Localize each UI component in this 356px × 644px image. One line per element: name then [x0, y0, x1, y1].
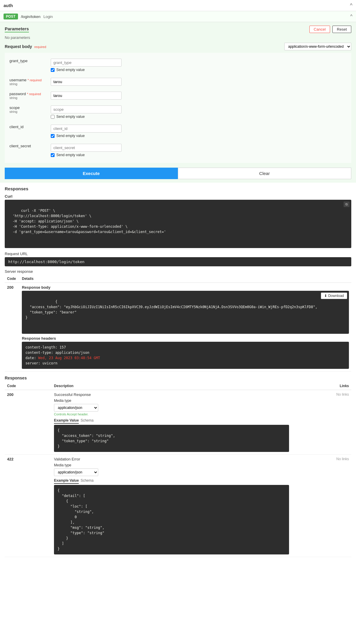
form-row-client-secret: client_secret Send empty value [5, 141, 351, 160]
send-empty-client-secret-checkbox[interactable] [51, 153, 55, 157]
content-type-select[interactable]: application/x-www-form-urlencoded [284, 43, 351, 50]
table-row: 200 Successful Response Media type appli… [5, 390, 351, 455]
grant-type-input[interactable] [51, 59, 122, 67]
endpoint-bar: POST /login/token Login ^ [0, 11, 356, 22]
curl-code-block: curl -X 'POST' \ 'http://localhost:8000/… [5, 200, 351, 248]
password-input[interactable] [51, 92, 122, 100]
details-col-header: Details [19, 275, 351, 283]
form-row-scope: scope string Send empty value [5, 103, 351, 122]
send-empty-scope-checkbox[interactable] [51, 115, 55, 119]
resp-code-header: Code [5, 382, 52, 390]
field-label-username: username * required string [9, 78, 45, 86]
field-label-scope: scope string [9, 105, 45, 113]
resp-code-422: 422 [5, 455, 52, 557]
example-code-422: { "detail": [ { "loc": [ "string", 0 ], … [54, 485, 289, 554]
execute-bar: Execute Clear [5, 168, 351, 179]
request-url-label: Request URL [5, 252, 351, 256]
responses-section: Responses Curl curl -X 'POST' \ 'http://… [0, 183, 356, 561]
response-headers-block: content-length: 157 content-type: applic… [22, 342, 349, 369]
send-empty-grant-type: Send empty value [51, 68, 347, 72]
send-empty-client-id-checkbox[interactable] [51, 134, 55, 138]
response-headers-label: Response headers [22, 336, 349, 341]
field-input-col-client-secret: Send empty value [51, 144, 347, 157]
date-highlight: Wed, 23 Aug 2023 03:48:54 GMT [38, 356, 100, 360]
resp-links-header: Links [291, 382, 351, 390]
endpoint-collapse-icon[interactable]: ^ [350, 14, 352, 19]
form-row-password: password * required string [5, 89, 351, 103]
server-response-section: Server response Code Details 200 Respons… [5, 269, 351, 371]
download-icon: ⬇ [324, 294, 327, 298]
resp-desc-header: Description [52, 382, 291, 390]
response-details: Response body { "access_token": "eyJhbGc… [19, 283, 351, 371]
form-row-client-id: client_id Send empty value [5, 122, 351, 141]
client-id-input[interactable] [51, 125, 122, 133]
field-input-col-grant-type: Send empty value [51, 59, 347, 72]
request-body-header: Request body required application/x-www-… [5, 43, 351, 50]
method-badge: POST [4, 14, 18, 19]
parameters-section: Parameters Cancel Reset No parameters Re… [0, 22, 356, 183]
auth-close-icon[interactable]: ^ [350, 2, 352, 9]
resp-links-422: No links [291, 455, 351, 557]
media-type-select-200[interactable]: application/json [54, 404, 98, 412]
server-response-table: Code Details 200 Response body { "access… [5, 275, 351, 371]
field-label-client-secret: client_secret [9, 144, 45, 148]
username-input[interactable] [51, 78, 122, 86]
responses-table-title: Responses [5, 376, 351, 380]
required-badge: required [34, 45, 46, 49]
auth-title: auth [4, 3, 13, 8]
send-empty-client-secret: Send empty value [51, 153, 347, 157]
media-type-select-422[interactable]: application/json [54, 468, 98, 476]
field-label-password: password * required string [9, 92, 45, 100]
example-value-tab-422[interactable]: Example Value [54, 478, 79, 484]
send-empty-grant-type-checkbox[interactable] [51, 68, 55, 72]
responses-table: Code Description Links 200 Successful Re… [5, 382, 351, 557]
auth-header: auth ^ [0, 0, 356, 11]
example-value-tabs-422: Example Value Schema [54, 478, 289, 484]
request-url-section: Request URL http://localhost:8000/login/… [5, 252, 351, 266]
resp-code-200: 200 [5, 390, 52, 455]
field-input-col-password [51, 92, 347, 100]
field-input-col-scope: Send empty value [51, 105, 347, 119]
no-params-text: No parameters [5, 35, 351, 40]
endpoint-label: Login [43, 14, 53, 19]
schema-tab-422[interactable]: Schema [81, 478, 93, 484]
download-label: Download [328, 294, 344, 298]
form-fields: grant_type Send empty value username * r… [5, 53, 351, 163]
curl-section: Curl curl -X 'POST' \ 'http://localhost:… [5, 194, 351, 248]
clear-button[interactable]: Clear [178, 168, 352, 179]
resp-desc-422: Validation Error Media type application/… [52, 455, 291, 557]
copy-curl-button[interactable]: ⧉ [344, 202, 350, 207]
send-empty-scope: Send empty value [51, 115, 347, 119]
params-title: Parameters [5, 26, 29, 32]
server-response-label: Server response [5, 269, 351, 274]
code-col-header: Code [5, 275, 19, 283]
table-row: 422 Validation Error Media type applicat… [5, 455, 351, 557]
scope-input[interactable] [51, 105, 122, 113]
execute-button[interactable]: Execute [5, 168, 178, 179]
responses-title: Responses [5, 186, 351, 191]
send-empty-client-id: Send empty value [51, 134, 347, 138]
curl-title: Curl [5, 194, 351, 199]
request-url-bar: http://localhost:8000/login/token [5, 257, 351, 266]
curl-code: curl -X 'POST' \ 'http://localhost:8000/… [8, 209, 166, 234]
responses-table-section: Responses Code Description Links 200 Suc… [5, 376, 351, 557]
download-button[interactable]: ⬇ Download [321, 293, 347, 299]
response-code: 200 [5, 283, 19, 371]
cancel-button[interactable]: Cancel [309, 26, 330, 33]
response-body-label: Response body [22, 285, 349, 290]
params-actions: Cancel Reset [309, 26, 351, 33]
schema-tab-200[interactable]: Schema [81, 418, 93, 424]
reset-button[interactable]: Reset [332, 26, 351, 33]
example-value-tab-200[interactable]: Example Value [54, 418, 79, 424]
params-header: Parameters Cancel Reset [5, 26, 351, 33]
example-code-200: { "access_token": "string", "token_type"… [54, 425, 289, 452]
field-input-col-client-id: Send empty value [51, 125, 347, 138]
client-secret-input[interactable] [51, 144, 122, 152]
field-input-col-username [51, 78, 347, 86]
field-label-grant-type: grant_type [9, 59, 45, 63]
resp-desc-200: Successful Response Media type applicati… [52, 390, 291, 455]
resp-links-200: No links [291, 390, 351, 455]
response-body-code: { "access_token": "eyJhbGciOiJIUzI1NiIsI… [25, 300, 317, 320]
server-response-row: 200 Response body { "access_token": "eyJ… [5, 283, 351, 371]
form-row-username: username * required string [5, 75, 351, 89]
